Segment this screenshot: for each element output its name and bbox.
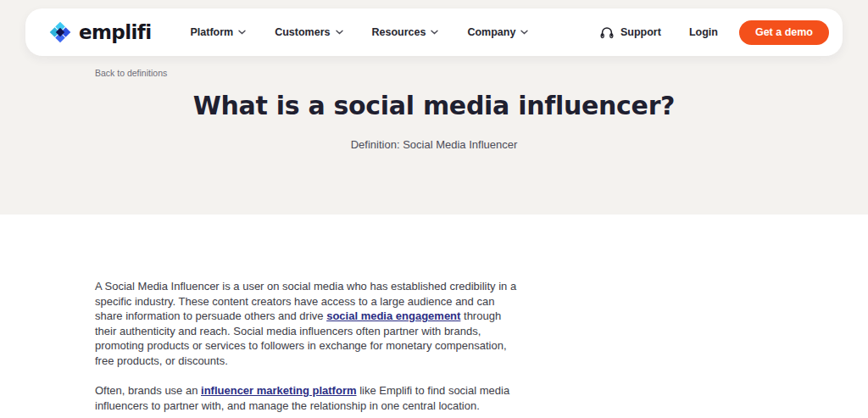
page-title: What is a social media influencer? (0, 91, 868, 120)
get-a-demo-button[interactable]: Get a demo (739, 20, 829, 45)
nav-item-label: Customers (275, 26, 330, 38)
navbar: emplifi Platform Customers Resources Com… (25, 8, 843, 56)
headset-icon (600, 25, 614, 39)
support-link[interactable]: Support (600, 25, 661, 39)
chevron-down-icon (336, 30, 343, 35)
chevron-down-icon (520, 30, 528, 35)
page-subtitle: Definition: Social Media Influencer (0, 138, 868, 151)
article-paragraph-2: Often, brands use an influencer marketin… (95, 383, 520, 413)
emplifi-clover-icon (49, 21, 71, 43)
influencer-marketing-platform-link[interactable]: influencer marketing platform (201, 384, 356, 397)
nav-item-resources[interactable]: Resources (372, 26, 439, 38)
main-nav: Platform Customers Resources Company (191, 26, 529, 38)
social-media-engagement-link[interactable]: social media engagement (326, 309, 460, 322)
nav-item-company[interactable]: Company (467, 26, 528, 38)
article-paragraph-1: A Social Media Influencer is a user on s… (95, 279, 520, 368)
definition-article: A Social Media Influencer is a user on s… (95, 279, 520, 418)
paragraph-text: Often, brands use an (95, 384, 201, 397)
nav-item-label: Resources (372, 26, 426, 38)
chevron-down-icon (238, 30, 246, 35)
nav-item-label: Company (467, 26, 515, 38)
support-label: Support (620, 26, 661, 38)
login-link[interactable]: Login (689, 26, 718, 38)
navbar-right: Support Login Get a demo (600, 20, 829, 45)
nav-item-customers[interactable]: Customers (275, 26, 342, 38)
nav-item-label: Platform (191, 26, 234, 38)
brand-wordmark: emplifi (79, 23, 152, 42)
brand-logo[interactable]: emplifi (49, 21, 152, 43)
nav-item-platform[interactable]: Platform (191, 26, 247, 38)
chevron-down-icon (431, 30, 438, 35)
breadcrumb-back-to-definitions[interactable]: Back to definitions (95, 68, 167, 78)
